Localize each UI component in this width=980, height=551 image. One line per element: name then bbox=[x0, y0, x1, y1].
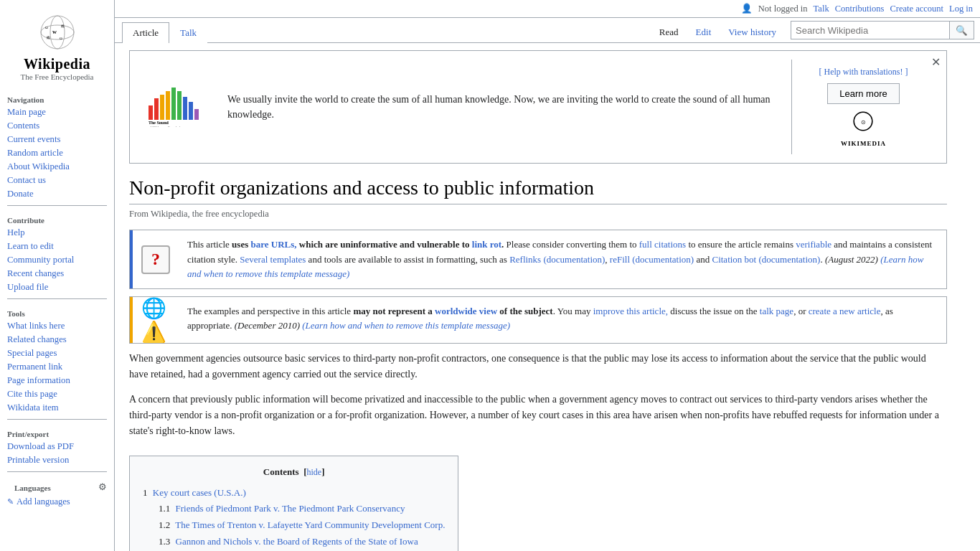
verifiable-link[interactable]: verifiable bbox=[796, 239, 831, 250]
search-input[interactable] bbox=[791, 24, 949, 37]
notice-bare-urls: ? This article uses bare URLs, which are… bbox=[129, 230, 947, 288]
banner: The Sound of All Human Knowledge. We usu… bbox=[129, 50, 947, 164]
sidebar-divider-3 bbox=[7, 419, 107, 420]
contents-link-1[interactable]: Key court cases (U.S.A.) bbox=[153, 487, 246, 498]
wikimedia-label: WIKIMEDIA bbox=[841, 140, 886, 147]
article-from-text: From Wikipedia, the free encyclopedia bbox=[129, 209, 947, 220]
sidebar-item-page-information[interactable]: Page information bbox=[0, 374, 114, 387]
notice-date-2: (December 2010) bbox=[235, 320, 300, 331]
contents-hide-link[interactable]: hide bbox=[307, 467, 322, 477]
refill-link[interactable]: reFill (documentation) bbox=[610, 254, 694, 265]
svg-text:維: 維 bbox=[46, 35, 50, 39]
sidebar-item-current-events[interactable]: Current events bbox=[0, 133, 114, 146]
article-para-2: A concern that previously public informa… bbox=[129, 392, 947, 440]
sidebar-item-permanent-link[interactable]: Permanent link bbox=[0, 360, 114, 374]
tab-actions: Read Edit View history bbox=[651, 22, 785, 42]
svg-rect-8 bbox=[149, 105, 153, 120]
bare-urls-link[interactable]: bare URLs, bbox=[250, 239, 296, 250]
contents-title: Contents [hide] bbox=[143, 465, 445, 480]
svg-rect-13 bbox=[177, 91, 182, 120]
tab-talk[interactable]: Talk bbox=[169, 22, 207, 43]
svg-rect-9 bbox=[154, 98, 159, 120]
tab-read[interactable]: Read bbox=[651, 22, 687, 42]
create-account-link[interactable]: Create account bbox=[890, 4, 943, 14]
svg-rect-15 bbox=[189, 102, 193, 120]
talk-link[interactable]: Talk bbox=[814, 4, 829, 14]
contribute-heading: Contribute bbox=[0, 213, 114, 226]
contents-link-1-1[interactable]: Friends of Piedmont Park v. The Piedmont… bbox=[176, 503, 405, 514]
sidebar-item-related-changes[interactable]: Related changes bbox=[0, 333, 114, 347]
improve-article-link[interactable]: improve this article, bbox=[593, 306, 668, 316]
svg-text:⊙: ⊙ bbox=[861, 119, 866, 126]
article-title: Non-profit organizations and access to p… bbox=[129, 175, 947, 204]
learn-remove-2-link[interactable]: (Learn how and when to remove this templ… bbox=[302, 320, 510, 331]
print-section: Print/export Download as PDF Printable v… bbox=[0, 427, 114, 467]
banner-learn-more-button[interactable]: Learn more bbox=[827, 83, 899, 104]
sidebar-item-download-as-pdf[interactable]: Download as PDF bbox=[0, 440, 114, 453]
talk-page-link[interactable]: talk page bbox=[760, 306, 793, 316]
search-button[interactable]: 🔍 bbox=[949, 22, 974, 39]
sidebar-item-recent-changes[interactable]: Recent changes bbox=[0, 267, 114, 281]
sidebar-item-main-page[interactable]: Main page bbox=[0, 105, 114, 119]
notice-content-1: This article uses bare URLs, which are u… bbox=[179, 230, 946, 288]
contribute-section: Contribute Help Learn to edit Community … bbox=[0, 213, 114, 294]
sidebar-item-contact-us[interactable]: Contact us bbox=[0, 174, 114, 187]
link-rot-link[interactable]: link rot bbox=[472, 239, 501, 250]
sidebar-item-add-languages[interactable]: ✎ Add languages bbox=[0, 495, 114, 509]
citation-bot-doc-link[interactable]: (documentation) bbox=[758, 254, 820, 265]
sidebar-item-help[interactable]: Help bbox=[0, 226, 114, 240]
languages-heading: Languages bbox=[7, 481, 98, 494]
sidebar-divider-4 bbox=[7, 471, 107, 472]
sidebar-item-contents[interactable]: Contents bbox=[0, 119, 114, 133]
contents-box: Contents [hide] 1 Key court cases (U.S.A… bbox=[129, 456, 458, 551]
question-mark-icon: ? bbox=[141, 245, 170, 274]
contents-item-1-2: 1.2 The Times of Trenton v. Lafayette Ya… bbox=[143, 518, 445, 533]
tools-section: Tools What links here Related changes Sp… bbox=[0, 306, 114, 415]
sidebar-item-wikidata-item[interactable]: Wikidata item bbox=[0, 401, 114, 415]
sidebar-item-cite-this-page[interactable]: Cite this page bbox=[0, 387, 114, 401]
sidebar-item-donate[interactable]: Donate bbox=[0, 187, 114, 201]
languages-settings-icon[interactable]: ⚙ bbox=[98, 481, 107, 493]
notice-date-1: (August 2022) bbox=[825, 254, 878, 265]
sidebar-divider-2 bbox=[7, 298, 107, 299]
pencil-icon: ✎ bbox=[7, 497, 14, 507]
contents-link-1-2[interactable]: The Times of Trenton v. Lafayette Yard C… bbox=[175, 519, 445, 530]
worldwide-view-link[interactable]: worldwide view bbox=[435, 306, 497, 316]
full-citations-link[interactable]: full citations bbox=[639, 239, 686, 250]
sidebar-item-upload-file[interactable]: Upload file bbox=[0, 281, 114, 294]
tab-view-history[interactable]: View history bbox=[720, 22, 785, 42]
notice-bold-2: may not represent a worldwide view of th… bbox=[353, 306, 552, 316]
banner-help-link[interactable]: [ Help with translations! ] bbox=[819, 67, 908, 77]
sidebar-item-community-portal[interactable]: Community portal bbox=[0, 253, 114, 267]
article-body: When government agencies outsource basic… bbox=[129, 351, 947, 551]
tab-edit[interactable]: Edit bbox=[687, 22, 720, 42]
citation-bot-link[interactable]: Citation bot bbox=[712, 254, 756, 265]
reflinks-link[interactable]: Reflinks (documentation) bbox=[509, 254, 605, 265]
svg-rect-10 bbox=[160, 95, 164, 120]
svg-rect-14 bbox=[183, 97, 187, 120]
navigation-section: Navigation Main page Contents Current ev… bbox=[0, 93, 114, 201]
sidebar-item-what-links-here[interactable]: What links here bbox=[0, 319, 114, 333]
sidebar-item-about-wikipedia[interactable]: About Wikipedia bbox=[0, 160, 114, 174]
banner-right: [ Help with translations! ] Learn more ⊙… bbox=[791, 60, 935, 154]
several-templates-link[interactable]: Several templates bbox=[240, 254, 306, 265]
contents-item-1-1: 1.1 Friends of Piedmont Park v. The Pied… bbox=[143, 501, 445, 517]
notice-icon-question: ? bbox=[133, 230, 179, 288]
contributions-link[interactable]: Contributions bbox=[835, 4, 885, 14]
tab-article[interactable]: Article bbox=[122, 22, 169, 43]
contents-num-1-1: 1.1 bbox=[159, 503, 170, 514]
wikipedia-logo: Ω 維 維 Ω W bbox=[39, 14, 75, 50]
site-title: Wikipedia bbox=[7, 56, 107, 72]
sidebar-item-random-article[interactable]: Random article bbox=[0, 146, 114, 160]
sidebar-item-special-pages[interactable]: Special pages bbox=[0, 347, 114, 360]
log-in-link[interactable]: Log in bbox=[949, 4, 973, 14]
sidebar: Ω 維 維 Ω W Wikipedia The Free Encyclopedi… bbox=[0, 0, 115, 551]
svg-text:of All Human Knowledge.: of All Human Knowledge. bbox=[149, 126, 184, 127]
sidebar-item-learn-to-edit[interactable]: Learn to edit bbox=[0, 240, 114, 253]
sidebar-item-printable-version[interactable]: Printable version bbox=[0, 453, 114, 467]
banner-close-button[interactable]: ✕ bbox=[931, 55, 941, 69]
create-new-article-link[interactable]: create a new article bbox=[809, 306, 881, 316]
content-area: 👤 Not logged in Talk Contributions Creat… bbox=[115, 0, 980, 551]
svg-point-0 bbox=[41, 16, 74, 49]
contents-link-1-3[interactable]: Gannon and Nichols v. the Board of Regen… bbox=[176, 536, 418, 547]
